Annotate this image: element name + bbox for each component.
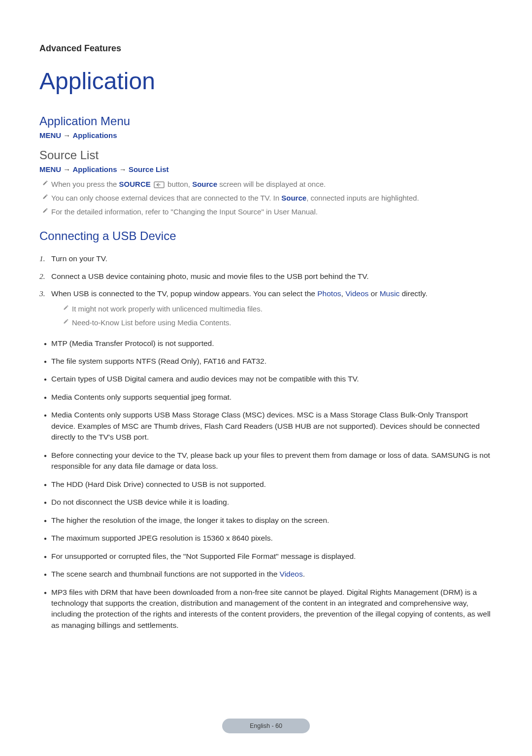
- bullet-icon: ●: [39, 356, 51, 366]
- list-item: ●The maximum supported JPEG resolution i…: [39, 529, 493, 547]
- step-item: 1. Turn on your TV.: [39, 250, 493, 267]
- ref-videos: Videos: [280, 570, 303, 578]
- step-item: 2. Connect a USB device containing photo…: [39, 268, 493, 285]
- list-item: ●Certain types of USB Digital camera and…: [39, 370, 493, 388]
- heading-source-list: Source List: [39, 148, 493, 162]
- bullet-text: MP3 files with DRM that have been downlo…: [51, 587, 493, 631]
- bullet-text: For unsupported or corrupted files, the …: [51, 551, 493, 562]
- path-source-list: Source List: [129, 165, 169, 173]
- path-arrow: →: [119, 165, 127, 173]
- path-menu: MENU: [39, 165, 61, 173]
- path-source-list: MENU → Applications → Source List: [39, 165, 493, 173]
- note-text: It might not work properly with unlicenc…: [72, 304, 493, 314]
- bullet-text: The file system supports NTFS (Read Only…: [51, 356, 493, 367]
- note-text: For the detailed information, refer to "…: [51, 206, 493, 217]
- bullet-icon: ●: [39, 338, 51, 348]
- bullet-text: The higher the resolution of the image, …: [51, 515, 493, 526]
- bullet-icon: ●: [39, 587, 51, 597]
- source-button-icon: [154, 181, 165, 188]
- bullet-text: Media Contents only supports sequential …: [51, 392, 493, 403]
- list-item: ●MTP (Media Transfer Protocol) is not su…: [39, 335, 493, 352]
- note-text: Need-to-Know List before using Media Con…: [72, 317, 493, 328]
- path-menu: MENU: [39, 131, 61, 139]
- step-text: Turn on your TV.: [51, 253, 493, 264]
- note-item: When you press the SOURCE button, Source…: [39, 177, 493, 191]
- bullet-icon: ●: [39, 515, 51, 525]
- note-item: You can only choose external devices tha…: [39, 191, 493, 205]
- bullet-text: The scene search and thumbnail functions…: [51, 569, 493, 580]
- path-applications: Applications: [73, 131, 117, 139]
- step-subnotes: It might not work properly with unlicenc…: [51, 302, 493, 330]
- bullet-text: The HDD (Hard Disk Drive) connected to U…: [51, 479, 493, 490]
- list-item: ●The higher the resolution of the image,…: [39, 512, 493, 529]
- usb-steps: 1. Turn on your TV. 2. Connect a USB dev…: [39, 250, 493, 332]
- ref-videos: Videos: [345, 289, 368, 298]
- usb-bullets: ●MTP (Media Transfer Protocol) is not su…: [39, 335, 493, 635]
- bullet-text: Certain types of USB Digital camera and …: [51, 374, 493, 384]
- step-number: 1.: [39, 253, 51, 264]
- bullet-icon: ●: [39, 497, 51, 507]
- list-item: ●Media Contents only supports USB Mass S…: [39, 406, 493, 446]
- note-item: For the detailed information, refer to "…: [39, 205, 493, 219]
- bullet-icon: ●: [39, 450, 51, 460]
- step-number: 2.: [39, 271, 51, 282]
- pencil-note-icon: [39, 206, 51, 213]
- page-footer: English - 60: [222, 719, 310, 733]
- source-list-notes: When you press the SOURCE button, Source…: [39, 177, 493, 218]
- list-item: ●For unsupported or corrupted files, the…: [39, 548, 493, 565]
- page-title: Application: [39, 68, 493, 95]
- bullet-icon: ●: [39, 374, 51, 383]
- pencil-note-icon: [39, 193, 51, 200]
- manual-page: Advanced Features Application Applicatio…: [0, 0, 532, 756]
- step-text: Connect a USB device containing photo, m…: [51, 271, 493, 282]
- step-number: 3.: [39, 288, 51, 299]
- heading-application-menu: Application Menu: [39, 114, 493, 128]
- step-item: 3. When USB is connected to the TV, popu…: [39, 285, 493, 333]
- heading-usb: Connecting a USB Device: [39, 229, 493, 243]
- path-application-menu: MENU → Applications: [39, 131, 493, 139]
- source-link: Source: [281, 194, 306, 202]
- pencil-note-icon: [60, 317, 72, 324]
- list-item: ●The file system supports NTFS (Read Onl…: [39, 352, 493, 370]
- ref-music: Music: [380, 289, 399, 298]
- ref-photos: Photos: [317, 289, 341, 298]
- list-item: ●Before connecting your device to the TV…: [39, 447, 493, 476]
- source-link: Source: [192, 180, 217, 188]
- bullet-icon: ●: [39, 410, 51, 419]
- bullet-text: Media Contents only supports USB Mass St…: [51, 410, 493, 443]
- list-item: ●The HDD (Hard Disk Drive) connected to …: [39, 476, 493, 493]
- bullet-icon: ●: [39, 551, 51, 561]
- bullet-text: Do not disconnect the USB device while i…: [51, 497, 493, 508]
- note-text: You can only choose external devices tha…: [51, 193, 493, 204]
- list-item: ●MP3 files with DRM that have been downl…: [39, 584, 493, 635]
- path-arrow: →: [63, 131, 70, 139]
- path-arrow: →: [63, 165, 70, 173]
- bullet-text: The maximum supported JPEG resolution is…: [51, 533, 493, 544]
- note-item: Need-to-Know List before using Media Con…: [51, 316, 493, 330]
- pencil-note-icon: [60, 304, 72, 310]
- bullet-icon: ●: [39, 533, 51, 543]
- pencil-note-icon: [39, 179, 51, 186]
- list-item: ●The scene search and thumbnail function…: [39, 565, 493, 583]
- list-item: ●Do not disconnect the USB device while …: [39, 493, 493, 511]
- bullet-text: Before connecting your device to the TV,…: [51, 450, 493, 472]
- step-text: When USB is connected to the TV, popup w…: [51, 288, 493, 330]
- section-label: Advanced Features: [39, 43, 493, 54]
- note-text: When you press the SOURCE button, Source…: [51, 179, 493, 190]
- note-item: It might not work properly with unlicenc…: [51, 302, 493, 316]
- bullet-text: MTP (Media Transfer Protocol) is not sup…: [51, 338, 493, 349]
- path-applications: Applications: [73, 165, 117, 173]
- bullet-icon: ●: [39, 392, 51, 402]
- bullet-icon: ●: [39, 569, 51, 579]
- bullet-icon: ●: [39, 479, 51, 489]
- list-item: ●Media Contents only supports sequential…: [39, 388, 493, 406]
- source-button-label: SOURCE: [119, 180, 151, 188]
